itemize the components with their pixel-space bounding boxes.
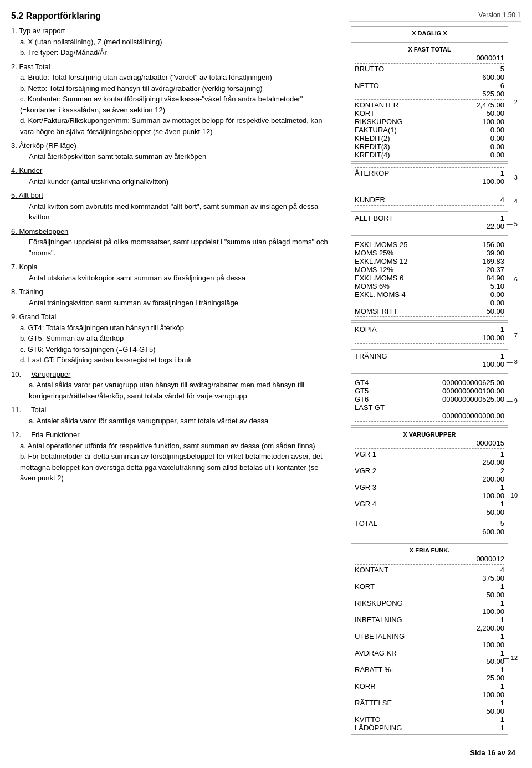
- rabatt-amount-line: 25.00: [355, 674, 504, 682]
- section-11: 11. Total a. Antalet sålda varor för sam…: [11, 405, 335, 426]
- receipt-num1-line: 0000011: [355, 54, 504, 62]
- faktura1-line: FAKTURA(1) 0.00: [355, 126, 504, 134]
- section-2: 2. Fast Total a. Brutto: Total försäljni…: [11, 62, 335, 137]
- section-2a: a. Brutto: Total försäljning utan avdrag…: [20, 72, 335, 83]
- moms4-line: 0.00: [355, 299, 504, 307]
- section-marker-4: — 4: [507, 198, 518, 204]
- aterkop-amount-line: 100.00: [355, 177, 504, 186]
- page-heading: 5.2 Rapportförklaring: [11, 11, 335, 21]
- fast-total-header: X FAST TOTAL: [355, 45, 504, 54]
- kredit3-line: KREDIT(3) 0.00: [355, 142, 504, 151]
- allt-bort-line: ALLT BORT 1: [355, 214, 504, 222]
- section-10-desc: a. Antal sålda varor per varugrupp utan …: [11, 380, 335, 401]
- section-marker-12: — 12: [503, 654, 518, 661]
- vgr1-line: VGR 1 1: [355, 450, 504, 458]
- utbetalning-amount-line: 100.00: [355, 641, 504, 649]
- gt5-line: GT5 0000000000100.00: [355, 387, 504, 395]
- version-bar: Version 1.50.1: [349, 11, 521, 22]
- exkl-moms12-line: EXKL.MOMS 12 169.83: [355, 257, 504, 265]
- section-9c: c. GT6: Verkliga försäljningen (=GT4-GT5…: [20, 344, 335, 355]
- total-line: TOTAL 5: [355, 519, 504, 528]
- aterkop-line: ÅTERKÖP 1: [355, 169, 504, 177]
- version-label: Version 1.50.1: [478, 11, 521, 19]
- avdrag-amount-line: 50.00: [355, 657, 504, 665]
- section-2c: c. Kontanter: Summan av kontantförsäljni…: [20, 94, 335, 115]
- section-marker-3: — 3: [507, 174, 518, 181]
- last-gt-amount-line: 0000000000000.00: [355, 412, 504, 420]
- section-marker-6: — 6: [507, 276, 518, 283]
- exkl-moms25-line: EXKL.MOMS 25 156.00: [355, 240, 504, 249]
- section-4-title: 4. Kunder: [11, 166, 42, 175]
- section-marker-9: — 9: [507, 397, 518, 404]
- rattelse-amount-line: 50.00: [355, 707, 504, 715]
- kort2-line: KORT 1: [355, 582, 504, 591]
- section-4-desc: Antal kunder (antal utskrivna originalkv…: [11, 176, 335, 187]
- section-marker-10-11: — 10: [503, 492, 518, 499]
- total-amount-line: 600.00: [355, 528, 504, 536]
- grand-total-section: GT4 0000000000625.00 GT5 0000000000100.0…: [351, 376, 508, 426]
- section-2d: d. Kort/Faktura/Rikskuponger/mm: Summan …: [20, 115, 335, 137]
- inbetalning-amount-line: 2,200.00: [355, 624, 504, 632]
- vgr4-amount-line: 50.00: [355, 508, 504, 516]
- section-5: 5. Allt bort Antal kvitton som avbrutits…: [11, 190, 335, 223]
- section-8-title: 8. Träning: [11, 288, 43, 296]
- kort2-amount-line: 50.00: [355, 591, 504, 599]
- kopia-amount-line: 100.00: [355, 334, 504, 342]
- moms25-line: MOMS 25% 39.00: [355, 249, 504, 257]
- last-gt-line: LAST GT: [355, 403, 504, 412]
- section-6-desc: Försäljningen uppdelat på olika momssats…: [11, 237, 335, 258]
- section-marker-7: — 7: [507, 332, 518, 339]
- rattelse-line: RÄTTELSE 1: [355, 699, 504, 707]
- section-4: 4. Kunder Antal kunder (antal utskrivna …: [11, 165, 335, 187]
- aterkop-section: ÅTERKÖP 1 100.00 — 3: [351, 163, 508, 191]
- varugrupper-header: X VARUGRUPPER: [355, 430, 504, 439]
- section-1: 1. Typ av rapport a. X (utan nollställni…: [11, 25, 335, 58]
- footer-current: 16: [487, 749, 495, 757]
- section-8-desc: Antal träningskvitton samt summan av för…: [11, 298, 335, 309]
- section-7: 7. Kopia Antal utskrivna kvittokopior sa…: [11, 262, 335, 283]
- kunder-section: KUNDER 4 — 4: [351, 193, 508, 209]
- section-7-desc: Antal utskrivna kvittokopior samt summan…: [11, 273, 335, 284]
- vgr3-line: VGR 3 1: [355, 483, 504, 491]
- netto-line: NETTO 6: [355, 81, 504, 90]
- momsfritt-line: MOMSFRITT 50.00: [355, 307, 504, 315]
- allt-bort-amount-line: 22.00: [355, 222, 504, 231]
- exkl-moms6-line: EXKL.MOMS 6 84.90: [355, 274, 504, 282]
- section-12: 12. Fria Funktioner a. Antal operationer…: [11, 429, 335, 484]
- left-content: 5.2 Rapportförklaring 1. Typ av rapport …: [11, 11, 340, 757]
- section-12a: a. Antal operationer utförda för respekt…: [20, 441, 335, 452]
- section-11-desc: a. Antalet sålda varor för samtliga varu…: [11, 416, 335, 427]
- footer-separator: av: [497, 749, 505, 757]
- netto-amount-line: 525.00: [355, 90, 504, 98]
- section-3-desc: Antal återköpskvitton samt totala summan…: [11, 151, 335, 162]
- section-9a: a. GT4: Totala försäljningen utan hänsyn…: [20, 322, 335, 334]
- varugrupper-section: X VARUGRUPPER 0000015 VGR 1 1 250.00 VGR…: [351, 427, 508, 541]
- fast-total-section: X FAST TOTAL 0000011 BRUTTO 5 600.00 NET…: [351, 42, 508, 162]
- vgr4-line: VGR 4 1: [355, 500, 504, 508]
- section-2b: b. Netto: Total försäljning med hänsyn t…: [20, 83, 335, 94]
- vgr2-line: VGR 2 2: [355, 467, 504, 475]
- receipt-num1: 0000011: [460, 54, 504, 62]
- section-12b: b. För betalmetoder är detta summan av f…: [20, 451, 335, 484]
- vgr1-amount-line: 250.00: [355, 458, 504, 467]
- section-7-title: 7. Kopia: [11, 263, 38, 271]
- footer-total: 24: [508, 749, 515, 757]
- section-marker-2: — 2: [507, 99, 518, 105]
- section-2-title: 2. Fast Total: [11, 63, 50, 71]
- section-1-title: 1. Typ av rapport: [11, 27, 65, 35]
- section-9-title: 9. Grand Total: [11, 313, 56, 321]
- section-5-title: 5. Allt bort: [11, 191, 43, 199]
- page-footer: Sida 16 av 24: [470, 749, 515, 757]
- exkl-moms4-line: EXKL. MOMS 4 0.00: [355, 290, 504, 299]
- section-10-title: Varugrupper: [31, 370, 70, 378]
- daglig-section: X DAGLIG X: [351, 26, 508, 40]
- section-marker-5: — 5: [507, 221, 518, 227]
- section-3-title: 3. Återköp (RF-läge): [11, 141, 76, 150]
- ladoppning-line: LÅDÖPPNING 1: [355, 724, 504, 732]
- kopia-section: KOPIA 1 100.00 — 7: [351, 322, 508, 347]
- section-10: 10. Varugrupper a. Antal sålda varor per…: [11, 369, 335, 402]
- section-6-title: 6. Momsbeloppen: [11, 227, 68, 235]
- vgr2-amount-line: 200.00: [355, 475, 504, 483]
- daglig-header: X DAGLIG X: [355, 29, 504, 38]
- brutto-line: BRUTTO 5: [355, 65, 504, 73]
